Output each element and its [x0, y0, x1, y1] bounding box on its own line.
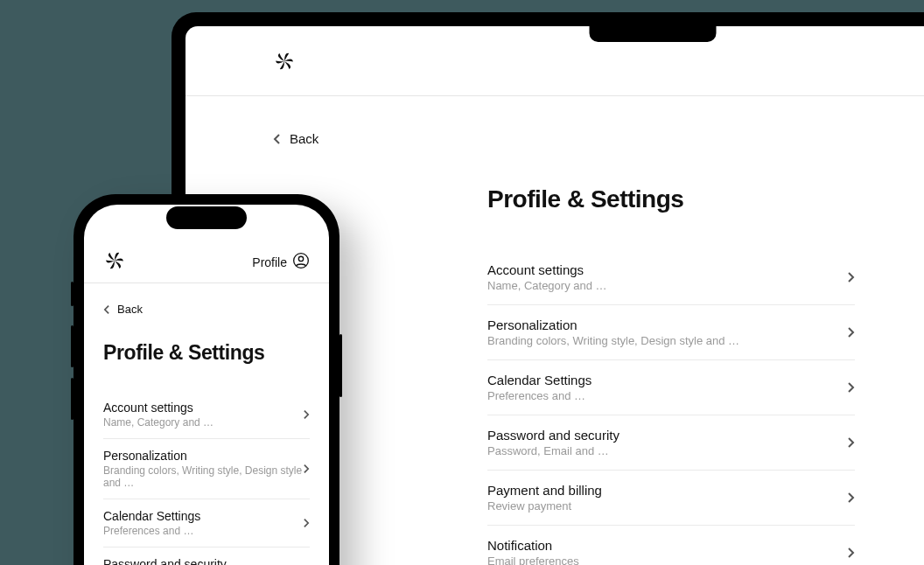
settings-item-text: Payment and billing Review payment — [487, 483, 847, 513]
back-button[interactable]: Back — [103, 303, 143, 316]
settings-item-title: Account settings — [103, 401, 303, 415]
chevron-right-icon — [847, 492, 855, 504]
settings-item-title: Calendar Settings — [103, 509, 303, 523]
chevron-right-icon — [847, 436, 855, 449]
phone-frame: Profile Back Profile & Settings — [74, 194, 340, 565]
settings-item-text: Personalization Branding colors, Writing… — [487, 317, 847, 347]
chevron-right-icon — [847, 326, 855, 338]
settings-item-title: Payment and billing — [487, 483, 847, 498]
settings-item-desc: Preferences and … — [487, 389, 847, 402]
page-title: Profile & Settings — [487, 185, 855, 213]
phone-side-button — [71, 325, 74, 367]
laptop-notch — [590, 24, 717, 42]
phone-side-button — [71, 282, 74, 306]
settings-item-notification[interactable]: Notification Email preferences — [487, 526, 855, 566]
back-button[interactable]: Back — [273, 131, 318, 146]
settings-item-title: Calendar Settings — [487, 373, 847, 387]
settings-item-desc: Name, Category and … — [103, 416, 303, 429]
settings-item-desc: Email preferences — [487, 555, 847, 566]
settings-item-title: Password and security — [103, 557, 310, 566]
settings-item-payment[interactable]: Payment and billing Review payment — [487, 471, 855, 526]
settings-item-personalization[interactable]: Personalization Branding colors, Writing… — [103, 439, 310, 499]
settings-item-calendar[interactable]: Calendar Settings Preferences and … — [103, 499, 310, 548]
chevron-left-icon — [103, 304, 110, 315]
chevron-left-icon — [273, 133, 281, 145]
settings-item-password[interactable]: Password and security — [103, 548, 310, 566]
settings-list: Account settings Name, Category and … Pe… — [487, 250, 855, 566]
settings-item-desc: Branding colors, Writing style, Design s… — [103, 464, 303, 489]
settings-item-text: Notification Email preferences — [487, 538, 847, 566]
settings-item-desc: Branding colors, Writing style, Design s… — [487, 334, 847, 347]
settings-item-personalization[interactable]: Personalization Branding colors, Writing… — [487, 305, 855, 360]
profile-label: Profile — [252, 255, 287, 269]
laptop-header — [186, 26, 924, 96]
settings-item-text: Password and security — [103, 557, 310, 566]
settings-item-desc: Name, Category and … — [487, 279, 847, 292]
settings-item-account[interactable]: Account settings Name, Category and … — [103, 391, 310, 439]
profile-button[interactable]: Profile — [252, 252, 310, 272]
svg-point-1 — [298, 256, 303, 261]
app-logo-icon — [103, 249, 126, 272]
settings-item-title: Personalization — [487, 317, 847, 332]
settings-item-text: Account settings Name, Category and … — [487, 262, 847, 292]
settings-item-password[interactable]: Password and security Password, Email an… — [487, 415, 855, 471]
settings-item-text: Personalization Branding colors, Writing… — [103, 449, 303, 489]
chevron-right-icon — [847, 271, 855, 283]
back-label: Back — [290, 131, 318, 146]
settings-item-desc: Preferences and … — [103, 525, 303, 537]
settings-item-title: Personalization — [103, 449, 303, 463]
back-label: Back — [117, 303, 143, 316]
phone-side-button — [71, 378, 74, 420]
settings-item-title: Password and security — [487, 428, 847, 443]
laptop-main: Profile & Settings Account settings Name… — [487, 185, 855, 566]
settings-item-text: Password and security Password, Email an… — [487, 428, 847, 457]
app-logo-icon — [273, 50, 296, 73]
settings-item-calendar[interactable]: Calendar Settings Preferences and … — [487, 360, 855, 415]
chevron-right-icon — [847, 381, 855, 394]
settings-item-text: Calendar Settings Preferences and … — [487, 373, 847, 402]
page-title: Profile & Settings — [103, 341, 310, 365]
chevron-right-icon — [303, 409, 310, 420]
settings-item-account[interactable]: Account settings Name, Category and … — [487, 250, 855, 305]
chevron-right-icon — [303, 518, 310, 528]
settings-item-desc: Password, Email and … — [487, 444, 847, 457]
phone-side-button — [340, 334, 342, 397]
settings-list: Account settings Name, Category and … Pe… — [103, 391, 310, 566]
phone-screen: Profile Back Profile & Settings — [84, 205, 329, 565]
chevron-right-icon — [303, 464, 310, 474]
phone-notch — [166, 206, 247, 229]
settings-item-text: Calendar Settings Preferences and … — [103, 509, 303, 537]
chevron-right-icon — [847, 547, 855, 559]
phone-content: Back Profile & Settings Account settings… — [84, 283, 329, 565]
settings-item-desc: Review payment — [487, 499, 847, 513]
settings-item-title: Notification — [487, 538, 847, 553]
user-circle-icon — [292, 252, 310, 272]
settings-item-title: Account settings — [487, 262, 847, 277]
settings-item-text: Account settings Name, Category and … — [103, 401, 303, 429]
